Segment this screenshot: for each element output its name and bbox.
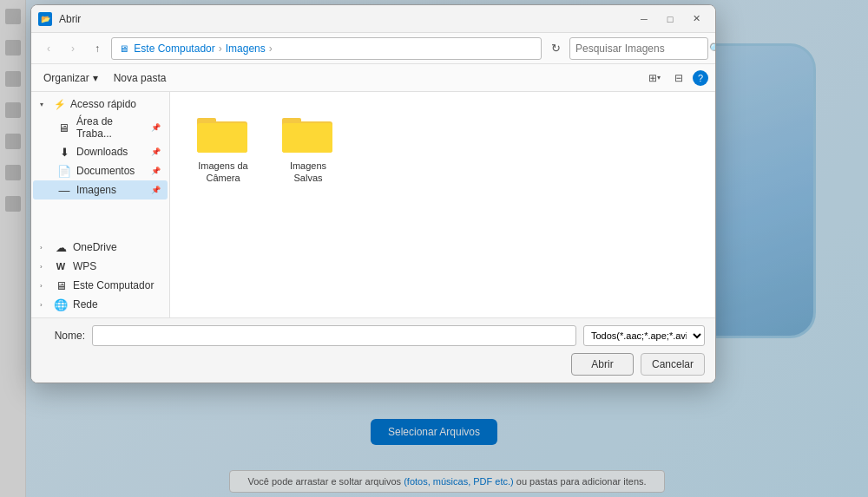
desktop-label: Área de Traba... <box>76 115 151 140</box>
file-label-saved: Imagens Salvas <box>276 160 340 185</box>
sidebar-item-computer[interactable]: › 🖥 Este Computador <box>33 276 168 295</box>
search-icon: 🔍 <box>709 43 716 55</box>
documents-label: Documentos <box>76 165 135 177</box>
forward-button[interactable]: › <box>62 38 83 59</box>
quick-access-icon: ⚡ <box>54 99 66 110</box>
sidebar-item-desktop[interactable]: 🖥 Área de Traba... 📌 <box>33 113 168 142</box>
details-icon: ⊟ <box>674 72 683 84</box>
toolbar: Organizar ▾ Nova pasta ⊞ ▾ ⊟ ? <box>31 64 715 92</box>
filename-label: Nome: <box>42 330 85 342</box>
file-item-camera[interactable]: Imagens da Câmera <box>184 106 262 192</box>
downloads-pin-icon: 📌 <box>151 147 161 156</box>
breadcrumb-sep-1: › <box>219 43 222 55</box>
wps-label: WPS <box>73 260 96 272</box>
search-input[interactable] <box>575 43 706 55</box>
view-arrow-icon: ▾ <box>657 74 661 82</box>
navigation-pane: ▾ ⚡ Acesso rápido 🖥 Área de Traba... 📌 ⬇… <box>31 92 170 317</box>
sidebar-item-images[interactable]: — Imagens 📌 <box>33 180 168 199</box>
open-button[interactable]: Abrir <box>571 353 634 376</box>
toolbar-right: ⊞ ▾ ⊟ ? <box>644 68 708 88</box>
images-icon: — <box>57 183 71 197</box>
onedrive-chevron: › <box>40 244 50 252</box>
onedrive-label: OneDrive <box>73 241 117 253</box>
documents-icon: 📄 <box>57 164 71 178</box>
documents-pin-icon: 📌 <box>151 167 161 175</box>
quick-access-section: ▾ ⚡ Acesso rápido 🖥 Área de Traba... 📌 ⬇… <box>31 95 169 199</box>
images-pin-icon: 📌 <box>151 186 161 194</box>
folder-icon-saved <box>282 113 334 154</box>
back-button[interactable]: ‹ <box>38 38 59 59</box>
navigation-bar: ‹ › ↑ 🖥 Este Computador › Imagens › ↻ 🔍 <box>31 33 715 64</box>
breadcrumb-images[interactable]: Imagens <box>226 43 266 55</box>
svg-rect-2 <box>197 123 247 153</box>
downloads-icon: ⬇ <box>57 145 71 159</box>
onedrive-icon: ☁ <box>54 240 68 254</box>
dialog-title: Abrir <box>59 13 625 25</box>
search-box[interactable]: 🔍 <box>569 37 708 60</box>
breadcrumb: 🖥 Este Computador › Imagens › <box>111 37 542 60</box>
images-label: Imagens <box>76 184 116 196</box>
quick-access-chevron: ▾ <box>40 101 50 108</box>
folder-icon-camera <box>197 113 249 154</box>
organize-arrow-icon: ▾ <box>93 72 98 84</box>
sidebar-item-onedrive[interactable]: › ☁ OneDrive <box>33 238 168 257</box>
file-dialog: 📂 Abrir ─ □ ✕ ‹ › ↑ 🖥 Este Computador › … <box>30 4 716 383</box>
file-item-saved[interactable]: Imagens Salvas <box>269 106 347 192</box>
sidebar-item-documents[interactable]: 📄 Documentos 📌 <box>33 161 168 180</box>
network-chevron: › <box>40 301 50 309</box>
refresh-button[interactable]: ↻ <box>545 38 566 59</box>
computer-chevron: › <box>40 282 50 290</box>
organize-button[interactable]: Organizar ▾ <box>38 68 103 88</box>
up-button[interactable]: ↑ <box>87 38 108 59</box>
desktop-pin-icon: 📌 <box>151 123 161 132</box>
title-bar: 📂 Abrir ─ □ ✕ <box>31 5 715 33</box>
minimize-button[interactable]: ─ <box>632 10 656 28</box>
filename-input[interactable] <box>92 325 576 346</box>
computer-icon: 🖥 <box>54 278 68 292</box>
breadcrumb-sep-2: › <box>269 43 273 55</box>
filename-row: Nome: Todos(*.aac;*.ape;*.avi;*.bmp;*. <box>42 325 705 346</box>
dialog-actions: Abrir Cancelar <box>42 353 705 376</box>
details-button[interactable]: ⊟ <box>668 68 689 88</box>
nav-spacer <box>31 203 169 238</box>
cancel-button[interactable]: Cancelar <box>641 353 705 376</box>
quick-access-header[interactable]: ▾ ⚡ Acesso rápido <box>33 95 168 113</box>
title-bar-controls: ─ □ ✕ <box>632 10 708 28</box>
view-toggle-button[interactable]: ⊞ ▾ <box>644 68 665 88</box>
computer-label: Este Computador <box>73 279 154 291</box>
dialog-icon: 📂 <box>38 12 52 26</box>
sidebar-item-network[interactable]: › 🌐 Rede <box>33 295 168 314</box>
organize-label: Organizar <box>43 72 89 84</box>
filetype-select[interactable]: Todos(*.aac;*.ape;*.avi;*.bmp;*. <box>583 325 705 346</box>
downloads-label: Downloads <box>76 146 128 158</box>
new-folder-label: Nova pasta <box>114 72 167 84</box>
view-icon: ⊞ <box>648 72 657 84</box>
wps-chevron: › <box>40 263 50 271</box>
network-label: Rede <box>73 298 98 311</box>
help-button[interactable]: ? <box>693 70 708 86</box>
dialog-overlay: 📂 Abrir ─ □ ✕ ‹ › ↑ 🖥 Este Computador › … <box>0 0 868 497</box>
maximize-button[interactable]: □ <box>658 10 682 28</box>
dialog-bottom: Nome: Todos(*.aac;*.ape;*.avi;*.bmp;*. A… <box>31 317 715 383</box>
quick-access-label: Acesso rápido <box>70 98 136 110</box>
breadcrumb-computer[interactable]: 🖥 Este Computador <box>119 43 215 55</box>
svg-rect-5 <box>282 123 332 153</box>
close-button[interactable]: ✕ <box>684 10 708 28</box>
new-folder-button[interactable]: Nova pasta <box>108 68 172 88</box>
sidebar-item-wps[interactable]: › W WPS <box>33 257 168 276</box>
wps-icon: W <box>54 259 68 273</box>
content-area: ▾ ⚡ Acesso rápido 🖥 Área de Traba... 📌 ⬇… <box>31 92 715 317</box>
desktop-icon: 🖥 <box>57 121 71 134</box>
file-pane: Imagens da Câmera Imagens Salvas <box>170 92 715 317</box>
network-icon: 🌐 <box>54 298 68 311</box>
file-label-camera: Imagens da Câmera <box>191 160 255 185</box>
sidebar-item-downloads[interactable]: ⬇ Downloads 📌 <box>33 142 168 161</box>
